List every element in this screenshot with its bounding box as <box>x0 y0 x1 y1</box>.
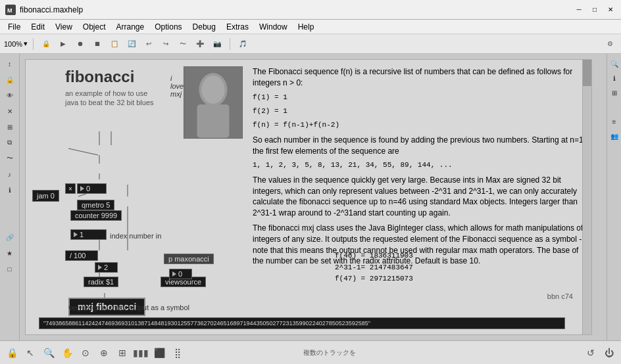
desc-fn: f(n) = f(n-1)+f(n-2) <box>253 120 588 130</box>
undo-button[interactable]: ↩ <box>141 37 156 51</box>
zoom-control[interactable]: 100% ▾ <box>4 39 28 48</box>
vertical-scrollbar[interactable] <box>582 60 591 334</box>
clip-button[interactable]: 📋 <box>107 37 122 51</box>
svg-text:M: M <box>7 7 12 14</box>
tri-arrow-icon <box>80 186 84 191</box>
portrait-image <box>184 66 243 139</box>
status-power-icon[interactable]: ⏻ <box>603 346 616 359</box>
dsp-button[interactable]: 〜 <box>176 37 190 51</box>
svg-point-4 <box>201 76 224 104</box>
sidebar-star-icon[interactable]: ★ <box>3 246 17 260</box>
title-bar: M fibonacci.maxhelp ─ □ ✕ <box>0 0 621 20</box>
sidebar-note-icon[interactable]: ♪ <box>3 167 17 181</box>
status-bar: 🔒 ↖ 🔍 ✋ ⊙ ⊕ ⊞ ▮▮▮ ⬛ ⣿ 複数のトラックを ↺ ⏻ <box>0 340 621 364</box>
sidebar-grid-icon[interactable]: ⊞ <box>3 120 17 134</box>
minimize-button[interactable]: ─ <box>574 5 584 15</box>
sidebar-box-icon[interactable]: □ <box>3 262 17 276</box>
desc-sequence: 1, 1, 2, 3, 5, 8, 13, 21, 34, 55, 89, 14… <box>253 160 588 170</box>
maximize-button[interactable]: □ <box>589 5 600 15</box>
canvas-area[interactable]: fibonacci an example of how to use java … <box>20 54 607 340</box>
menu-arrange[interactable]: Arrange <box>111 21 150 33</box>
record-button[interactable]: ⏺ <box>73 37 87 51</box>
menu-file[interactable]: File <box>3 21 26 33</box>
status-zoom-icon[interactable]: 🔍 <box>42 346 55 359</box>
present-button[interactable]: ▶ <box>56 37 70 51</box>
right-grid-icon[interactable]: ⊞ <box>607 85 622 100</box>
tri-arrow-icon3 <box>98 265 102 270</box>
extras-button[interactable]: ⚙ <box>603 37 617 51</box>
redo-button[interactable]: ↪ <box>159 37 173 51</box>
num-box-0[interactable]: 0 <box>77 183 107 194</box>
right-info-icon[interactable]: ℹ <box>607 71 622 85</box>
num-box-2[interactable]: 2 <box>95 262 118 273</box>
sidebar-lock-icon[interactable]: 🔒 <box>3 72 17 87</box>
window-controls[interactable]: ─ □ ✕ <box>574 5 616 15</box>
sidebar-copy-icon[interactable]: ⧉ <box>3 135 17 150</box>
counter-object[interactable]: counter 9999 <box>70 210 122 221</box>
loop-button[interactable]: 🔄 <box>124 37 139 51</box>
menu-help[interactable]: Help <box>293 21 320 33</box>
status-dsp-icon[interactable]: ↺ <box>584 346 597 359</box>
index-label: index number in <box>110 232 161 240</box>
status-dots-icon[interactable]: ⣿ <box>171 346 184 359</box>
num-box-1[interactable]: 1 <box>70 229 107 240</box>
right-sidebar: 🔍 ℹ ⊞ ≡ 👥 <box>607 54 621 340</box>
menu-edit[interactable]: Edit <box>26 21 50 33</box>
status-lock-icon[interactable]: 🔒 <box>5 346 18 359</box>
add-button[interactable]: ➕ <box>193 37 207 51</box>
menu-window[interactable]: Window <box>254 21 293 33</box>
desc-para1: The Fibonacci sequence f(n) is a recursi… <box>253 66 588 89</box>
num-box-0b[interactable]: 0 <box>169 269 192 279</box>
right-people-icon[interactable]: 👥 <box>607 129 622 143</box>
menu-debug[interactable]: Debug <box>187 21 221 33</box>
midi-button[interactable]: 🎵 <box>236 37 250 51</box>
status-snap-icon[interactable]: ⊕ <box>97 346 111 359</box>
big-number-output: "749386588611424247469369310138714848193… <box>39 317 565 329</box>
menu-bar: File Edit View Object Arrange Options De… <box>0 20 621 34</box>
scrollbar-thumb[interactable] <box>583 60 591 86</box>
stat-f47a: 2^31-1= 2147483647 <box>335 262 413 274</box>
status-bars-icon[interactable]: ▮▮▮ <box>134 346 147 359</box>
sidebar-x-icon[interactable]: ✕ <box>3 104 17 118</box>
desc-para4: The fibonacci mxj class uses the Java Bi… <box>253 223 588 267</box>
patch-title: fibonacci <box>65 68 154 86</box>
status-grid-icon[interactable]: ⊞ <box>116 346 129 359</box>
menu-extras[interactable]: Extras <box>221 21 254 33</box>
menu-view[interactable]: View <box>50 21 78 33</box>
status-cursor-icon[interactable]: ↖ <box>24 346 37 359</box>
status-connect-icon[interactable]: ⊙ <box>79 346 92 359</box>
lock-button[interactable]: 🔒 <box>39 37 53 51</box>
sidebar-eye-icon[interactable]: 👁 <box>3 88 17 102</box>
desc-f1: f(1) = 1 <box>253 93 588 102</box>
right-search-icon[interactable]: 🔍 <box>607 57 622 71</box>
stop-button[interactable]: ⏹ <box>90 37 105 51</box>
sidebar-arrow-icon[interactable]: ↕ <box>3 57 17 71</box>
bbn-label: bbn c74 <box>547 292 573 300</box>
sidebar-info-icon[interactable]: ℹ <box>3 183 17 197</box>
menu-options[interactable]: Options <box>149 21 187 33</box>
tri-arrow-icon2 <box>74 232 78 237</box>
sidebar-link-icon[interactable]: 🔗 <box>3 230 17 244</box>
description-area: The Fibonacci sequence f(n) is a recursi… <box>253 66 588 271</box>
svg-rect-5 <box>197 104 230 138</box>
toolbar-separator <box>33 38 34 50</box>
svg-line-9 <box>68 148 98 155</box>
status-hand-icon[interactable]: ✋ <box>61 346 74 359</box>
close-button[interactable]: ✕ <box>605 5 616 15</box>
radix-object[interactable]: radix $1 <box>84 277 118 287</box>
stat-f47b: f(47) = 2971215073 <box>335 273 413 285</box>
right-blank1 <box>607 100 622 114</box>
p-maxonacci-object[interactable]: p maxonacci <box>164 254 214 264</box>
sidebar-blank1-icon <box>3 198 17 213</box>
close-x-button[interactable]: × <box>65 183 76 194</box>
app-icon: M <box>5 5 16 15</box>
stats-area: f(46) = 1836311903 2^31-1= 2147483647 f(… <box>335 250 413 285</box>
jam-label: jam 0 <box>32 190 59 202</box>
snapshot-button[interactable]: 📷 <box>210 37 224 51</box>
right-lines-icon[interactable]: ≡ <box>607 114 622 129</box>
sidebar-dsp-icon[interactable]: 〜 <box>3 151 17 166</box>
div100-object[interactable]: / 100 <box>65 250 98 261</box>
menu-object[interactable]: Object <box>78 21 111 33</box>
status-patch-icon[interactable]: ⬛ <box>153 346 166 359</box>
qmetro-object[interactable]: qmetro 5 <box>77 200 114 210</box>
